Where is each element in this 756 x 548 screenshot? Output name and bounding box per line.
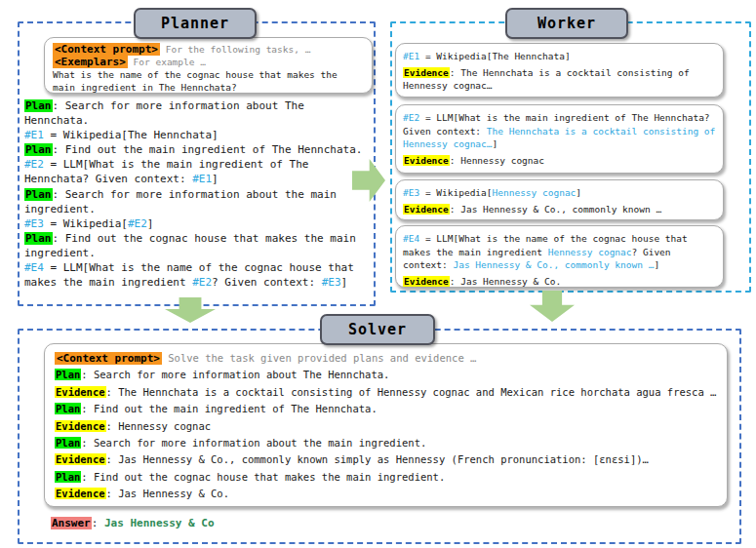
text-segment-cyan: #E2 xyxy=(403,112,419,123)
worker-card-e2: #E2 = LLM[What is the main ingredient of… xyxy=(395,104,724,174)
text-segment-plain: ] xyxy=(341,276,348,289)
text-segment-plain: = Wikipedia[ xyxy=(419,187,492,198)
solver-title: Solver xyxy=(348,321,407,338)
text-segment-y: Evidence xyxy=(55,420,106,432)
text-segment-g: Plan xyxy=(55,403,81,414)
text-segment-y: Evidence xyxy=(55,488,106,499)
worker-call-line: #E3 = Wikipedia[Hennessy cognac] xyxy=(403,186,716,200)
text-segment-y: Evidence xyxy=(403,155,450,166)
solver-context-line: <Context prompt> Solve the task given pr… xyxy=(55,350,717,367)
text-segment-plain: = Wikipedia[ xyxy=(44,217,128,230)
plan-step-line: Plan: Search for more information about … xyxy=(24,98,368,128)
text-segment-g: Plan xyxy=(55,471,81,483)
text-segment-plain: : Find out the cognac house that makes t… xyxy=(24,232,362,259)
text-segment-plain: : Jas Hennessy & Co. xyxy=(106,488,229,499)
text-segment-plain: : Jas Hennessy & Co., commonly known … xyxy=(450,204,661,215)
text-segment-plain: = Wikipedia[The Hennchata] xyxy=(44,129,219,141)
planner-context-card: <Context prompt> For the following tasks… xyxy=(44,37,373,94)
text-segment-g: Plan xyxy=(24,99,53,112)
solver-prompt-card: <Context prompt> Solve the task given pr… xyxy=(44,343,728,507)
text-segment-g: Plan xyxy=(24,143,53,156)
text-segment-cyan: Hennessy cognac xyxy=(493,187,577,198)
text-segment-o: <Exemplars> xyxy=(53,56,128,68)
text-segment-plain: ] xyxy=(147,217,154,230)
text-segment-plain: : Hennessy cognac xyxy=(450,155,544,166)
worker-card-e3: #E3 = Wikipedia[Hennessy cognac] Evidenc… xyxy=(395,179,724,220)
text-segment-plain: : Hennessy cognac xyxy=(106,420,211,432)
text-segment-cyan: #E4 xyxy=(403,233,419,244)
evidence-call-line: #E2 = LLM[What is the main ingredient of… xyxy=(24,157,368,186)
text-segment-y: Evidence xyxy=(403,67,450,78)
text-segment-plain: : The Hennchata is a cocktail consisting… xyxy=(106,386,717,398)
text-segment-plain: ] xyxy=(654,259,659,270)
answer-line: Answer: Jas Hennessy & Co xyxy=(51,516,215,530)
solver-evidence-line: Evidence: Jas Hennessy & Co. xyxy=(55,486,717,502)
text-segment-plain: : Find out the main ingredient of The He… xyxy=(53,143,363,156)
evidence-call-line: #E4 = LLM[What is the name of the cognac… xyxy=(24,260,368,290)
text-segment-plain: ] xyxy=(576,187,581,198)
evidence-call-line: #E3 = Wikipedia[#E2] xyxy=(24,216,368,231)
text-segment-y: Evidence xyxy=(403,276,450,287)
text-segment-plain: : Search for more information about the … xyxy=(24,188,343,215)
worker-title: Worker xyxy=(537,15,596,32)
exemplars-line: <Exemplars> For example … xyxy=(53,56,364,68)
text-segment-cyan: #E3 xyxy=(24,217,44,230)
worker-call-line: #E2 = LLM[What is the main ingredient of… xyxy=(403,111,716,151)
solver-evidence-line: Evidence: Jas Hennessy & Co., commonly k… xyxy=(55,451,717,468)
text-segment-plain: : Search for more information about the … xyxy=(81,437,426,449)
solver-plan-line: Plan: Search for more information about … xyxy=(55,435,717,451)
plan-step-line: Plan: Search for more information about … xyxy=(24,187,368,216)
worker-call-line: #E1 = Wikipedia[The Hennchata] xyxy=(403,50,716,63)
text-segment-cyan: Hennessy cognac xyxy=(548,247,632,257)
worker-evidence-line: Evidence: Hennessy cognac xyxy=(403,154,716,168)
worker-evidence-line: Evidence: Jas Hennessy & Co., commonly k… xyxy=(403,203,716,216)
text-segment-y: Evidence xyxy=(403,204,450,215)
text-segment-gray: Solve the task given provided plans and … xyxy=(162,352,476,364)
rewoo-architecture-diagram: Planner <Context prompt> For the followi… xyxy=(0,0,756,548)
text-segment-plain: = LLM[What is the main ingredient of The… xyxy=(24,158,315,185)
text-segment-plain: : Jas Hennessy & Co., commonly known sim… xyxy=(106,453,649,465)
text-segment-plain: = Wikipedia[The Hennchata] xyxy=(419,51,570,61)
worker-evidence-line: Evidence: Jas Hennessy & Co. xyxy=(403,275,716,289)
text-segment-cyan: #E1 xyxy=(403,51,419,61)
solver-evidence-line: Evidence: The Hennchata is a cocktail co… xyxy=(55,384,717,401)
text-segment-g: Plan xyxy=(55,369,81,380)
solver-plan-line: Plan: Find out the cognac house that mak… xyxy=(55,469,717,486)
text-segment-o: <Context prompt> xyxy=(55,352,162,365)
text-segment-r: Answer xyxy=(51,517,92,529)
worker-title-badge: Worker xyxy=(505,8,628,39)
solver-evidence-line: Evidence: Hennessy cognac xyxy=(55,418,717,435)
evidence-call-line: #E1 = Wikipedia[The Hennchata] xyxy=(24,128,368,142)
worker-card-e1: #E1 = Wikipedia[The Hennchata] Evidence:… xyxy=(395,43,724,98)
text-segment-cyan: #E2 xyxy=(192,276,212,289)
text-segment-cyan: #E3 xyxy=(322,276,341,289)
text-segment-cyan: #E3 xyxy=(403,187,419,198)
text-segment-y: Evidence xyxy=(55,386,106,398)
text-segment-o: <Context prompt> xyxy=(53,43,160,56)
text-segment-plain: : Find out the main ingredient of The He… xyxy=(81,403,377,414)
text-segment-y: Evidence xyxy=(55,453,106,465)
text-segment-plain: : Find out the cognac house that makes t… xyxy=(81,471,445,483)
text-segment-g: Plan xyxy=(24,232,53,245)
text-segment-cyan: #E1 xyxy=(24,129,44,141)
text-segment-g: Plan xyxy=(55,437,81,449)
text-segment-ans: Jas Hennessy & Co xyxy=(104,517,215,529)
plan-step-line: Plan: Find out the main ingredient of Th… xyxy=(24,142,368,157)
text-segment-cyan: #E1 xyxy=(192,173,212,185)
text-segment-plain: : Search for more information about The … xyxy=(24,99,310,127)
text-segment-cyan: #E2 xyxy=(24,158,44,171)
solver-plan-line: Plan: Search for more information about … xyxy=(55,367,717,383)
text-segment-plain: : Search for more information about The … xyxy=(81,369,389,380)
text-segment-g: Plan xyxy=(24,188,53,201)
text-segment-plain: ] xyxy=(493,138,498,149)
text-segment-plain: ] xyxy=(212,173,219,185)
text-segment-plain: ? Given context: xyxy=(212,276,322,289)
task-question-line: What is the name of the cognac house tha… xyxy=(53,68,364,94)
worker-evidence-line: Evidence: The Hennchata is a cocktail co… xyxy=(403,66,716,93)
text-segment-cyan: #E4 xyxy=(24,261,44,274)
solver-title-badge: Solver xyxy=(320,314,435,345)
text-segment-plain: What is the name of the cognac house tha… xyxy=(53,69,342,93)
context-prompt-line: <Context prompt> For the following tasks… xyxy=(53,43,364,56)
solver-plan-line: Plan: Find out the main ingredient of Th… xyxy=(55,401,717,417)
worker-card-e4: #E4 = LLM[What is the name of the cognac… xyxy=(395,225,724,288)
